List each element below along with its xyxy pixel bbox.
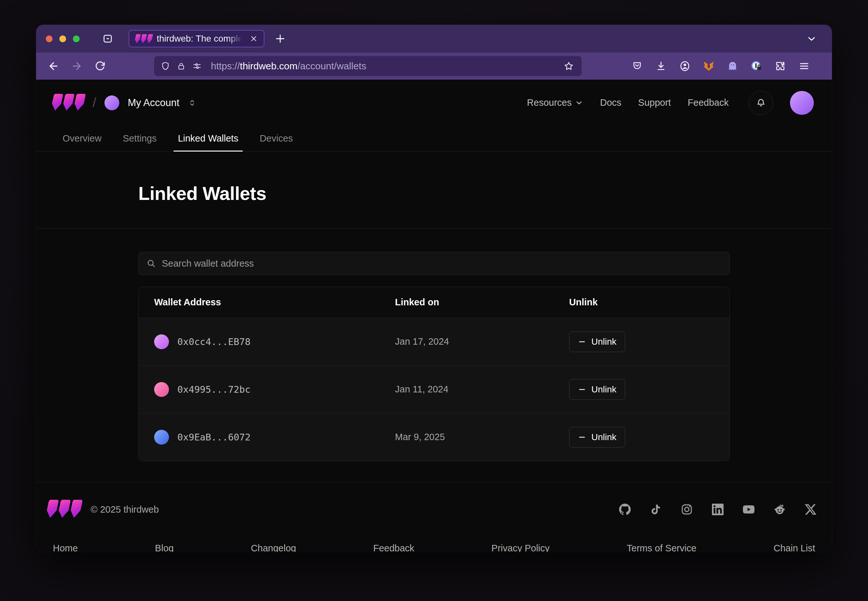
chevron-down-icon xyxy=(575,99,583,107)
bell-icon xyxy=(756,98,766,108)
wallet-table-row: 0x4995...72bc Jan 11, 2024 Unlink xyxy=(139,365,729,413)
youtube-icon[interactable] xyxy=(742,503,755,516)
header-nav-link[interactable]: Support xyxy=(638,98,671,108)
close-icon xyxy=(250,35,258,43)
puzzle-icon xyxy=(775,61,786,71)
column-header-linked-on: Linked on xyxy=(395,297,569,308)
footer-links: Home Blog Changelog Feedback Privacy Pol… xyxy=(36,543,832,552)
metamask-fox-icon xyxy=(703,60,714,72)
instagram-icon[interactable] xyxy=(680,503,693,516)
header-nav-link[interactable]: Feedback xyxy=(688,98,729,108)
footer-link[interactable]: Feedback xyxy=(373,543,414,552)
header-nav-link[interactable]: Resources xyxy=(527,98,583,108)
onepassword-button[interactable] xyxy=(749,59,764,73)
browser-window: thirdweb: The complete web3 de https://t… xyxy=(36,25,832,552)
back-button[interactable] xyxy=(46,58,61,74)
header-nav-link[interactable]: Docs xyxy=(600,98,621,108)
app-menu-button[interactable] xyxy=(797,59,811,73)
search-input[interactable] xyxy=(162,258,722,269)
pocket-icon xyxy=(632,61,642,71)
page-content: / My Account Resources Docs Support Feed… xyxy=(36,79,832,552)
download-icon xyxy=(656,61,667,72)
account-tab[interactable]: Overview xyxy=(58,126,106,151)
header-nav: Resources Docs Support Feedback xyxy=(527,91,814,115)
wallet-address: 0x0cc4...EB78 xyxy=(177,336,250,347)
unlink-button[interactable]: Unlink xyxy=(569,427,625,447)
browser-tab[interactable]: thirdweb: The complete web3 de xyxy=(129,30,264,47)
new-tab-button[interactable] xyxy=(273,31,288,46)
close-window-button[interactable] xyxy=(46,35,53,42)
wallet-search[interactable] xyxy=(138,252,730,275)
lock-icon[interactable] xyxy=(177,62,186,71)
reddit-icon[interactable] xyxy=(773,503,786,516)
footer-link[interactable]: Privacy Policy xyxy=(491,543,550,552)
linked-on-date: Jan 11, 2024 xyxy=(395,384,569,395)
search-icon xyxy=(146,259,156,268)
bookmark-star-button[interactable] xyxy=(562,59,576,73)
url-text[interactable]: https://thirdweb.com/account/wallets xyxy=(211,61,366,72)
downloads-button[interactable] xyxy=(654,59,668,73)
wallet-table-row: 0x9EaB...6072 Mar 9, 2025 Unlink xyxy=(139,413,729,461)
notifications-button[interactable] xyxy=(749,91,773,115)
linkedin-icon[interactable] xyxy=(711,503,724,516)
x-icon[interactable] xyxy=(804,503,817,516)
account-tab[interactable]: Settings xyxy=(118,126,161,151)
minimize-window-button[interactable] xyxy=(59,35,66,42)
site-footer: © 2025 thirdweb xyxy=(36,482,832,552)
url-domain: thirdweb.com xyxy=(240,61,297,71)
star-icon xyxy=(564,61,574,71)
firefox-view-button[interactable] xyxy=(100,31,115,46)
tab-title: thirdweb: The complete web3 de xyxy=(157,34,244,44)
tab-list-dropdown-button[interactable] xyxy=(804,31,819,46)
permissions-sliders-icon[interactable] xyxy=(192,61,202,71)
footer-link[interactable]: Home xyxy=(53,543,78,552)
account-switcher[interactable]: My Account xyxy=(128,97,179,109)
plus-icon xyxy=(275,33,286,44)
forward-button[interactable] xyxy=(69,58,84,74)
footer-link[interactable]: Changelog xyxy=(251,543,296,552)
back-arrow-icon xyxy=(48,60,59,72)
chevron-sort-icon[interactable] xyxy=(188,98,197,107)
url-prefix: https:// xyxy=(211,61,240,71)
unlink-button[interactable]: Unlink xyxy=(569,331,625,352)
unlink-button[interactable]: Unlink xyxy=(569,379,625,400)
firefox-view-icon xyxy=(102,33,113,44)
onepassword-icon xyxy=(751,60,762,72)
thirdweb-favicon-icon xyxy=(134,34,153,43)
wallet-address-cell: 0x9EaB...6072 xyxy=(154,430,395,445)
account-button[interactable] xyxy=(678,59,692,73)
zoom-window-button[interactable] xyxy=(73,35,79,42)
minus-icon xyxy=(578,337,586,346)
account-tab[interactable]: Linked Wallets xyxy=(174,126,243,151)
unlink-cell: Unlink xyxy=(569,379,714,400)
wallet-avatar xyxy=(154,334,169,349)
shield-icon[interactable] xyxy=(160,61,170,71)
wallet-table-row: 0x0cc4...EB78 Jan 17, 2024 Unlink xyxy=(139,317,729,365)
footer-thirdweb-logo-icon[interactable] xyxy=(47,500,81,519)
tab-close-button[interactable] xyxy=(248,33,259,44)
profile-icon xyxy=(679,60,691,72)
footer-link[interactable]: Terms of Service xyxy=(627,543,696,552)
github-icon[interactable] xyxy=(618,503,632,516)
tiktok-icon[interactable] xyxy=(649,503,662,516)
column-header-wallet-address: Wallet Address xyxy=(154,297,395,308)
wallets-section: Wallet Address Linked on Unlink 0x0cc4..… xyxy=(36,229,832,482)
thirdweb-logo-icon[interactable] xyxy=(52,94,84,112)
account-tab[interactable]: Devices xyxy=(255,126,297,151)
reload-button[interactable] xyxy=(92,58,108,74)
unlink-cell: Unlink xyxy=(569,427,714,447)
footer-top: © 2025 thirdweb xyxy=(36,482,832,519)
copyright-text: © 2025 thirdweb xyxy=(91,504,159,515)
hamburger-menu-icon xyxy=(799,61,810,72)
social-links xyxy=(618,503,817,516)
user-avatar[interactable] xyxy=(790,91,814,115)
unlink-cell: Unlink xyxy=(569,331,714,352)
extensions-button[interactable] xyxy=(773,59,787,73)
footer-link[interactable]: Chain List xyxy=(773,543,815,552)
pocket-button[interactable] xyxy=(630,59,644,73)
phantom-button[interactable] xyxy=(726,59,740,73)
footer-link[interactable]: Blog xyxy=(155,543,174,552)
chevron-down-icon xyxy=(806,34,817,44)
address-bar[interactable]: https://thirdweb.com/account/wallets xyxy=(154,56,582,76)
metamask-button[interactable] xyxy=(702,59,716,73)
